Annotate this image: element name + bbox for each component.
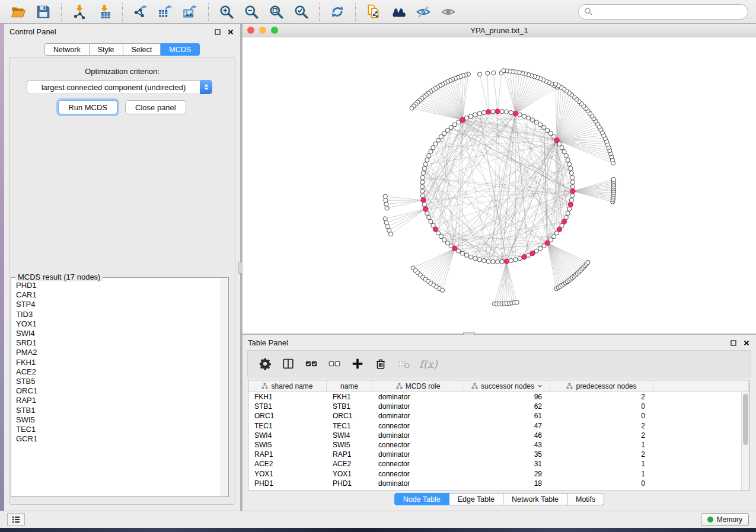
graph-leaf-node[interactable] [611,177,615,181]
graph-ring-node[interactable] [495,259,499,264]
close-table-panel-icon[interactable] [742,339,751,347]
save-session-button[interactable] [34,3,52,21]
graph-leaf-node[interactable] [477,72,481,76]
export-table-button[interactable] [157,3,174,21]
graph-mcds-node[interactable] [504,259,509,264]
graph-ring-node[interactable] [546,128,550,132]
deselect-all-rows-button[interactable] [327,356,342,371]
graph-ring-node[interactable] [562,149,566,153]
graph-ring-node[interactable] [449,125,453,129]
table-row[interactable]: RAP1RAP1dominator352 [248,450,741,459]
control-tab-network[interactable]: Network [44,43,90,56]
mcds-result-node[interactable]: STB1 [16,406,220,415]
graph-ring-node[interactable] [468,255,473,259]
graph-ring-node[interactable] [482,258,486,262]
graph-leaf-node[interactable] [385,206,389,210]
hide-selected-button[interactable] [414,3,432,21]
graph-leaf-node[interactable] [515,300,519,305]
table-row[interactable]: STB1STB1dominator620 [248,402,741,411]
graph-ring-node[interactable] [509,258,513,262]
table-row[interactable]: PHD1PHD1dominator180 [248,479,741,488]
graph-leaf-node[interactable] [440,288,444,292]
graph-ring-node[interactable] [429,149,433,153]
graph-ring-node[interactable] [570,175,575,180]
mcds-result-node[interactable]: TID3 [16,310,220,319]
graph-ring-node[interactable] [429,219,433,223]
float-panel-icon[interactable] [213,28,222,36]
optimization-criterion-dropdown[interactable]: largest connected component (undirected) [27,80,212,94]
graph-ring-node[interactable] [477,258,481,262]
graph-ring-node[interactable] [420,184,424,188]
zoom-fit-button[interactable] [267,3,285,21]
graph-mcds-node[interactable] [568,202,573,207]
graph-mcds-node[interactable] [495,109,500,114]
graph-ring-node[interactable] [570,184,575,188]
graph-ring-node[interactable] [425,158,429,162]
graph-ring-node[interactable] [427,216,431,220]
graph-ring-node[interactable] [538,246,543,251]
graph-mcds-node[interactable] [421,198,426,203]
graph-ring-node[interactable] [518,113,522,117]
mcds-result-node[interactable]: RAP1 [16,396,220,405]
graph-ring-node[interactable] [505,110,509,114]
graph-ring-node[interactable] [570,180,575,184]
graph-ring-node[interactable] [566,158,570,162]
graph-leaf-node[interactable] [553,82,557,86]
table-row[interactable]: FKH1FKH1dominator962 [248,392,741,402]
graph-ring-node[interactable] [473,257,477,261]
graph-ring-node[interactable] [427,153,431,158]
task-history-button[interactable] [7,513,25,526]
graph-ring-node[interactable] [420,189,425,193]
graph-ring-node[interactable] [422,171,426,175]
graph-ring-node[interactable] [500,259,504,264]
graph-ring-node[interactable] [420,180,425,184]
close-panel-icon[interactable] [227,28,235,36]
graph-ring-node[interactable] [570,194,575,198]
network-canvas[interactable] [243,37,756,334]
export-network-button[interactable] [132,3,149,21]
show-all-button[interactable] [439,3,457,21]
graph-ring-node[interactable] [482,111,486,115]
graph-ring-node[interactable] [567,207,572,211]
graph-ring-node[interactable] [452,123,457,127]
graph-ring-node[interactable] [486,259,490,264]
graph-ring-node[interactable] [542,125,546,129]
graph-ring-node[interactable] [500,110,504,114]
column-header-shared-name[interactable]: shared name [248,380,327,392]
column-header-MCDS-role[interactable]: MCDS role [372,380,464,392]
graph-leaf-node[interactable] [410,106,414,110]
graph-ring-node[interactable] [569,171,573,175]
mcds-result-node[interactable]: STP4 [16,300,220,309]
graph-mcds-node[interactable] [522,255,527,259]
column-header-successor-nodes[interactable]: successor nodes [464,380,550,392]
mcds-result-node[interactable]: STB5 [16,377,220,386]
graph-ring-node[interactable] [423,162,428,166]
mcds-result-node[interactable]: ORC1 [16,386,220,396]
graph-ring-node[interactable] [538,123,543,127]
graph-ring-node[interactable] [534,249,538,253]
graph-ring-node[interactable] [425,211,429,215]
mcds-result-node[interactable]: YOX1 [16,319,220,329]
mcds-result-node[interactable]: SWI5 [16,415,220,425]
table-row[interactable]: ORC1ORC1dominator610 [248,411,741,421]
mcds-result-scrollbar[interactable] [221,278,228,496]
table-tab-motifs[interactable]: Motifs [567,493,604,505]
graph-leaf-node[interactable] [586,260,590,264]
close-panel-button[interactable]: Close panel [125,100,186,114]
control-tab-select[interactable]: Select [123,43,161,56]
refresh-layout-button[interactable] [328,3,346,21]
search-neighbors-button[interactable] [390,3,407,21]
mcds-result-node[interactable]: FKH1 [16,358,220,367]
graph-ring-node[interactable] [548,238,553,242]
graph-ring-node[interactable] [522,114,526,118]
table-tab-node-table[interactable]: Node Table [394,493,449,505]
table-row[interactable]: SWI4SWI4dominator462 [248,431,741,440]
graph-ring-node[interactable] [477,111,481,116]
graph-ring-node[interactable] [552,235,556,239]
table-tab-edge-table[interactable]: Edge Table [449,493,503,505]
mcds-result-node[interactable]: TEC1 [16,425,220,434]
graph-ring-node[interactable] [436,231,440,235]
table-settings-button[interactable] [257,356,273,371]
graph-leaf-node[interactable] [486,71,490,75]
graph-ring-node[interactable] [491,110,495,114]
